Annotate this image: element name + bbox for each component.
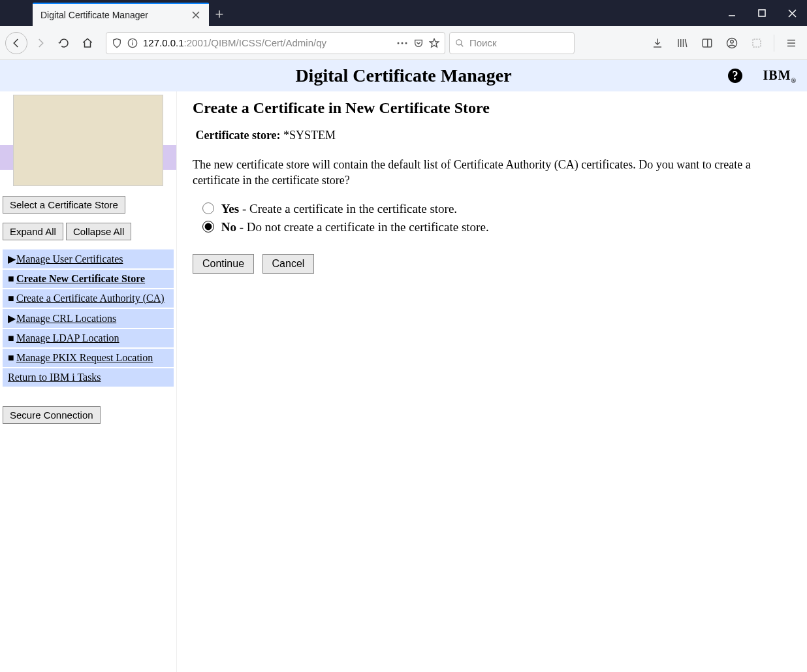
- url-text: 127.0.0.1:2001/QIBM/ICSS/Cert/Admin/qy: [143, 37, 391, 48]
- nav-link-2[interactable]: Create a Certificate Authority (CA): [16, 293, 165, 304]
- cancel-button[interactable]: Cancel: [262, 254, 315, 274]
- secure-connection-button[interactable]: Secure Connection: [3, 406, 101, 424]
- radio-no-text: - Do not create a certificate in the cer…: [236, 220, 489, 234]
- window-close-icon[interactable]: [777, 0, 807, 26]
- separator: [774, 35, 774, 52]
- nav-marker-icon: ■: [8, 293, 14, 304]
- nav-item-5[interactable]: ■Manage PKIX Request Location: [3, 349, 174, 367]
- page-title: Digital Certificate Manager: [295, 65, 511, 86]
- titlebar: Digital Certificate Manager +: [0, 0, 807, 26]
- svg-point-3: [132, 40, 133, 41]
- nav-link-3[interactable]: Manage CRL Locations: [16, 313, 116, 324]
- help-icon[interactable]: ?: [727, 68, 743, 84]
- window-controls: [717, 0, 807, 26]
- radio-no-bold: No: [221, 220, 236, 234]
- tab-close-icon[interactable]: [191, 10, 201, 20]
- window-maximize-icon[interactable]: [747, 0, 777, 26]
- sidebar: Select a Certificate Store Expand All Co…: [0, 91, 176, 672]
- pocket-icon[interactable]: [413, 38, 424, 48]
- downloads-icon[interactable]: [647, 33, 668, 54]
- sidebar-toggle-icon[interactable]: [697, 33, 718, 54]
- nav-back-button[interactable]: [5, 32, 27, 54]
- nav-marker-icon: ■: [8, 273, 14, 285]
- home-button[interactable]: [77, 33, 98, 54]
- description: The new certificate store will contain t…: [193, 157, 761, 189]
- radio-no-input[interactable]: [202, 221, 214, 232]
- radio-yes-text: - Create a certificate in the certificat…: [239, 202, 457, 216]
- store-value: *SYSTEM: [283, 129, 336, 142]
- radio-yes-input[interactable]: [202, 202, 214, 214]
- nav-link-0[interactable]: Manage User Certificates: [16, 253, 123, 264]
- reload-button[interactable]: [54, 33, 74, 54]
- store-label: Certificate store:: [196, 129, 281, 142]
- nav-marker-icon: ▶: [8, 312, 14, 325]
- bookmark-star-icon[interactable]: [429, 38, 439, 48]
- account-icon[interactable]: [721, 33, 742, 54]
- ibm-logo: IBM®: [763, 68, 797, 84]
- action-row: Continue Cancel: [193, 254, 791, 274]
- nav-link-1[interactable]: Create New Certificate Store: [16, 273, 145, 284]
- svg-line-9: [461, 44, 464, 46]
- url-bar[interactable]: 127.0.0.1:2001/QIBM/ICSS/Cert/Admin/qy: [106, 32, 445, 54]
- radio-yes[interactable]: Yes - Create a certificate in the certif…: [199, 200, 791, 216]
- nav-marker-icon: ■: [8, 352, 14, 364]
- browser-tab[interactable]: Digital Certificate Manager: [33, 3, 209, 26]
- certificate-image: [13, 95, 163, 186]
- menu-icon[interactable]: [781, 33, 802, 54]
- tab-title: Digital Certificate Manager: [40, 10, 183, 20]
- nav-forward-button[interactable]: [30, 33, 51, 54]
- sidebar-logo: [0, 91, 176, 189]
- nav-item-6[interactable]: Return to IBM i Tasks: [3, 368, 174, 387]
- window-minimize-icon[interactable]: [717, 0, 747, 26]
- svg-point-5: [398, 42, 400, 44]
- nav-link-5[interactable]: Manage PKIX Request Location: [16, 352, 153, 363]
- nav-link-4[interactable]: Manage LDAP Location: [16, 332, 119, 344]
- nav-marker-icon: ■: [8, 332, 14, 344]
- svg-rect-4: [132, 42, 133, 45]
- nav-item-2[interactable]: ■Create a Certificate Authority (CA): [3, 289, 174, 308]
- search-icon: [455, 39, 464, 48]
- info-icon[interactable]: [127, 38, 138, 48]
- continue-button[interactable]: Continue: [193, 254, 254, 274]
- page-header: Digital Certificate Manager ? IBM®: [0, 60, 807, 91]
- search-bar[interactable]: Поиск: [449, 32, 575, 54]
- radio-no[interactable]: No - Do not create a certificate in the …: [199, 219, 791, 234]
- nav-marker-icon: ▶: [8, 253, 14, 265]
- svg-point-8: [456, 39, 462, 44]
- main-content: Create a Certificate in New Certificate …: [176, 91, 807, 672]
- svg-text:?: ?: [733, 69, 738, 82]
- select-store-button[interactable]: Select a Certificate Store: [3, 196, 125, 214]
- new-tab-button[interactable]: +: [209, 3, 230, 26]
- svg-rect-1: [759, 10, 765, 16]
- library-icon[interactable]: [672, 33, 693, 54]
- svg-point-6: [402, 42, 404, 44]
- store-line: Certificate store: *SYSTEM: [193, 129, 791, 142]
- radio-yes-bold: Yes: [221, 202, 239, 216]
- nav-item-3[interactable]: ▶Manage CRL Locations: [3, 309, 174, 328]
- expand-all-button[interactable]: Expand All: [3, 223, 63, 240]
- search-placeholder: Поиск: [469, 37, 497, 48]
- nav-item-0[interactable]: ▶Manage User Certificates: [3, 249, 174, 268]
- extension-icon[interactable]: [746, 33, 767, 54]
- svg-point-13: [731, 40, 734, 43]
- svg-rect-14: [753, 39, 761, 47]
- nav-item-4[interactable]: ■Manage LDAP Location: [3, 329, 174, 347]
- svg-point-7: [405, 42, 407, 44]
- meatball-icon[interactable]: [396, 41, 408, 45]
- content-heading: Create a Certificate in New Certificate …: [193, 99, 791, 117]
- nav-link-6[interactable]: Return to IBM i Tasks: [8, 372, 101, 383]
- collapse-all-button[interactable]: Collapse All: [66, 223, 131, 240]
- shield-icon[interactable]: [112, 37, 122, 49]
- nav-item-1[interactable]: ■Create New Certificate Store: [3, 270, 174, 288]
- radio-group: Yes - Create a certificate in the certif…: [199, 200, 791, 234]
- nav-list: ▶Manage User Certificates■Create New Cer…: [3, 249, 174, 387]
- toolbar: 127.0.0.1:2001/QIBM/ICSS/Cert/Admin/qy П…: [0, 26, 807, 60]
